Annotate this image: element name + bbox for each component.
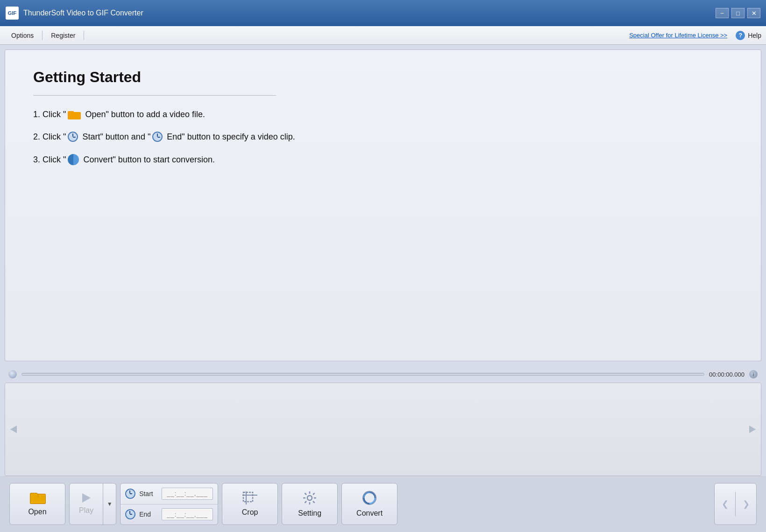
setting-icon — [302, 490, 317, 505]
menu-separator-2 — [84, 31, 84, 40]
svg-point-3 — [307, 496, 312, 500]
scrubber-info-icon[interactable]: i — [749, 370, 758, 378]
end-input[interactable] — [162, 508, 213, 520]
convert-icon-btn — [362, 490, 377, 505]
special-offer-link[interactable]: Special Offer for Lifetime License >> — [629, 32, 727, 39]
menu-bar: Options Register Special Offer for Lifet… — [0, 26, 766, 45]
next-arrow-icon — [749, 426, 756, 433]
convert-label: Convert — [356, 509, 383, 518]
getting-started-divider — [33, 95, 276, 96]
start-row: Start — [121, 483, 218, 504]
nav-arrows: ❮ ❯ — [714, 483, 757, 525]
nav-prev-button[interactable]: ❮ — [715, 483, 735, 525]
bottom-toolbar: Open Play ▼ Start End — [0, 476, 766, 532]
end-clock-icon — [152, 132, 163, 142]
window-controls: − □ ✕ — [716, 8, 760, 18]
step-3: 3. Click " Convert" button to start conv… — [33, 154, 733, 165]
convert-icon — [68, 154, 79, 165]
start-label: Start — [139, 490, 158, 497]
filmstrip-prev-arrow[interactable] — [5, 421, 22, 438]
menu-register[interactable]: Register — [44, 30, 82, 41]
close-button[interactable]: ✕ — [747, 8, 760, 18]
title-bar: GIF ThunderSoft Video to GIF Converter −… — [0, 0, 766, 26]
folder-icon — [68, 110, 81, 119]
step-3-text-1: 3. Click " — [33, 155, 66, 165]
end-row: End — [121, 504, 218, 525]
help-button[interactable]: ? Help — [736, 31, 761, 40]
step-2: 2. Click " Start" button and " End" butt… — [33, 132, 733, 142]
svg-point-12 — [363, 491, 376, 504]
step-2-text-1: 2. Click " — [33, 132, 66, 142]
play-dropdown[interactable]: ▼ — [103, 483, 116, 525]
open-folder-icon — [30, 492, 45, 504]
svg-line-11 — [305, 501, 307, 503]
getting-started-steps: 1. Click " Open" button to add a video f… — [33, 110, 733, 165]
scrubber-thumb[interactable] — [8, 370, 17, 378]
startend-group: Start End — [120, 483, 218, 525]
help-label: Help — [748, 32, 761, 39]
start-clock-icon — [68, 132, 78, 142]
prev-arrow-icon — [10, 426, 17, 433]
start-input[interactable] — [162, 488, 213, 500]
play-group: Play ▼ — [69, 483, 116, 525]
convert-button[interactable]: Convert — [341, 483, 397, 525]
end-label: End — [139, 511, 158, 518]
step-1: 1. Click " Open" button to add a video f… — [33, 110, 733, 119]
step-2-text-3: End" button to specify a video clip. — [164, 132, 295, 142]
app-icon: GIF — [6, 7, 19, 20]
scrubber-area: 00:00:00.000 i — [0, 366, 766, 383]
restore-button[interactable]: □ — [731, 8, 745, 18]
svg-rect-0 — [243, 492, 253, 502]
end-clock-icon — [125, 509, 135, 519]
setting-button[interactable]: Setting — [282, 483, 338, 525]
play-icon — [82, 493, 91, 503]
menu-separator-1 — [42, 31, 43, 40]
crop-icon — [242, 491, 257, 504]
step-3-text-2: Convert" button to start conversion. — [81, 155, 215, 165]
scrubber-track[interactable] — [21, 373, 704, 376]
filmstrip-next-arrow[interactable] — [744, 421, 761, 438]
svg-line-8 — [305, 493, 307, 495]
play-button[interactable]: Play — [70, 483, 103, 525]
minimize-button[interactable]: − — [716, 8, 729, 18]
scrubber-time: 00:00:00.000 — [709, 371, 745, 378]
step-1-number: 1. Click " — [33, 110, 66, 119]
start-clock-icon — [125, 489, 135, 499]
crop-label: Crop — [242, 508, 258, 517]
filmstrip-area — [5, 383, 761, 476]
menu-options[interactable]: Options — [5, 30, 40, 41]
step-2-text-2: Start" button and " — [80, 132, 150, 142]
svg-line-10 — [313, 493, 315, 495]
main-content: Getting Started 1. Click " Open" button … — [0, 45, 766, 532]
nav-next-button[interactable]: ❯ — [736, 483, 756, 525]
app-title: ThunderSoft Video to GIF Converter — [23, 9, 716, 17]
setting-label: Setting — [298, 509, 321, 518]
getting-started-title: Getting Started — [33, 69, 733, 86]
crop-button[interactable]: Crop — [222, 483, 278, 525]
step-1-text: Open" button to add a video file. — [83, 110, 205, 119]
help-icon: ? — [736, 31, 745, 40]
open-button[interactable]: Open — [9, 483, 65, 525]
play-label: Play — [79, 506, 93, 515]
svg-line-9 — [313, 501, 315, 503]
open-label: Open — [28, 508, 46, 516]
getting-started-panel: Getting Started 1. Click " Open" button … — [5, 49, 761, 361]
